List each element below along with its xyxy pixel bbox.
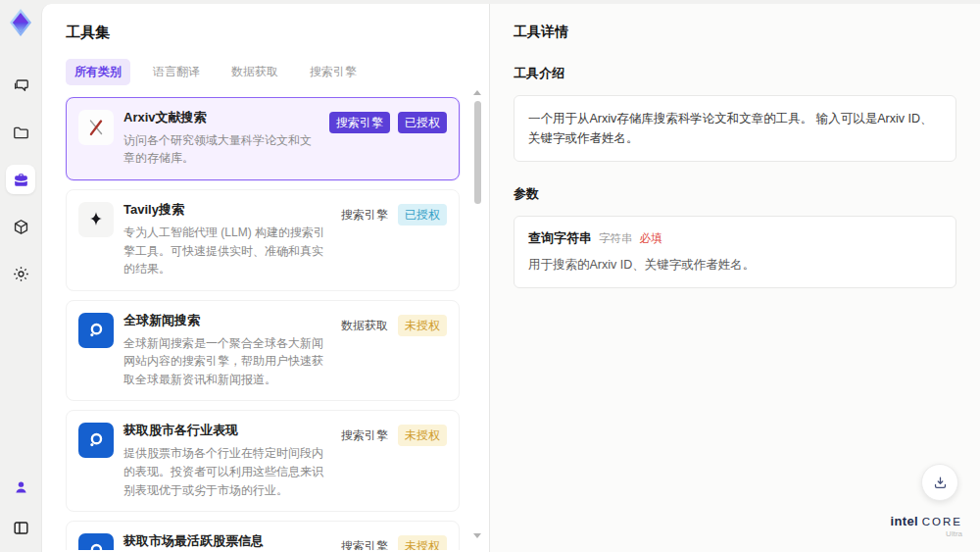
news-search-icon: [78, 313, 114, 348]
tool-card-tavily[interactable]: Tavily搜索 专为人工智能代理 (LLM) 构建的搜索引擎工具。可快速提供实…: [66, 189, 460, 291]
tab-language-translation[interactable]: 语言翻译: [144, 59, 209, 85]
active-stock-icon: [78, 533, 114, 550]
tool-card-stock-sectors[interactable]: 获取股市各行业表现 提供股票市场各个行业在特定时间段内的表现。投资者可以利用这些…: [66, 410, 460, 512]
tool-desc: 全球新闻搜索是一个聚合全球各大新闻网站内容的搜索引擎，帮助用户快速获取全球最新资…: [123, 334, 329, 389]
cube-icon[interactable]: [6, 212, 35, 241]
tavily-icon: [78, 202, 114, 237]
download-icon: [932, 475, 949, 491]
category-badge: 搜索引擎: [339, 425, 390, 446]
tab-search-engine[interactable]: 搜索引擎: [301, 59, 366, 85]
left-rail: [0, 0, 41, 552]
tool-name: 获取市场最活跃股票信息: [123, 533, 329, 550]
app-logo-icon[interactable]: [6, 8, 35, 37]
tool-list: Arxiv文献搜索 访问各个研究领域大量科学论文和文章的存储库。 搜索引擎 已授…: [66, 97, 464, 550]
param-required-flag: 必填: [640, 231, 662, 246]
tool-desc: 提供股票市场各个行业在特定时间段内的表现。投资者可以利用这些信息来识别表现优于或…: [123, 444, 329, 499]
scroll-down-arrow-icon[interactable]: [473, 533, 481, 538]
category-badge: 搜索引擎: [339, 204, 390, 226]
arxiv-icon: [78, 110, 114, 145]
tab-data-fetch[interactable]: 数据获取: [222, 59, 287, 85]
tab-all-categories[interactable]: 所有类别: [66, 59, 130, 85]
tool-detail-panel: 工具详情 工具介绍 一个用于从Arxiv存储库搜索科学论文和文章的工具。 输入可…: [489, 4, 980, 552]
param-desc: 用于搜索的Arxiv ID、关键字或作者姓名。: [528, 256, 942, 275]
param-box: 查询字符串 字符串 必填 用于搜索的Arxiv ID、关键字或作者姓名。: [514, 216, 956, 288]
params-heading: 参数: [514, 185, 956, 203]
panel-toggle-icon[interactable]: [6, 513, 35, 542]
brand-intel: intel: [891, 514, 918, 528]
param-type: 字符串: [599, 231, 633, 246]
tool-desc: 专为人工智能代理 (LLM) 构建的搜索引擎工具。可快速提供实时、准确和真实的结…: [123, 224, 329, 278]
list-scrollbar[interactable]: [472, 90, 482, 538]
chat-icon[interactable]: [6, 71, 35, 100]
folder-icon[interactable]: [6, 118, 35, 147]
detail-title: 工具详情: [514, 24, 956, 41]
category-badge: 搜索引擎: [329, 112, 390, 133]
brand-core: CORE: [922, 516, 962, 527]
tool-card-global-news[interactable]: 全球新闻搜索 全球新闻搜索是一个聚合全球各大新闻网站内容的搜索引擎，帮助用户快速…: [66, 300, 460, 402]
category-badge: 数据获取: [339, 315, 390, 336]
brand-ultra: Ultra: [891, 529, 962, 538]
toolbox-icon[interactable]: [6, 165, 35, 194]
intro-box: 一个用于从Arxiv存储库搜索科学论文和文章的工具。 输入可以是Arxiv ID…: [514, 95, 956, 162]
param-name: 查询字符串: [528, 229, 592, 247]
tool-desc: 访问各个研究领域大量科学论文和文章的存储库。: [123, 131, 319, 168]
auth-badge: 已授权: [398, 204, 447, 226]
category-badge: 搜索引擎: [339, 535, 390, 550]
auth-badge: 未授权: [398, 315, 447, 336]
user-icon[interactable]: [6, 472, 35, 501]
download-button[interactable]: [921, 464, 958, 501]
tool-list-panel: 工具集 所有类别 语言翻译 数据获取 搜索引擎 A: [42, 4, 489, 552]
category-tabs: 所有类别 语言翻译 数据获取 搜索引擎: [66, 59, 464, 85]
tool-card-active-stocks[interactable]: 获取市场最活跃股票信息 提供当天交易量最高的股票列表。投资者可以利用这些信息来识…: [66, 521, 460, 550]
stock-sector-icon: [78, 423, 114, 458]
tool-card-arxiv[interactable]: Arxiv文献搜索 访问各个研究领域大量科学论文和文章的存储库。 搜索引擎 已授…: [66, 97, 460, 180]
scroll-up-arrow-icon[interactable]: [473, 90, 481, 95]
scrollbar-thumb[interactable]: [474, 101, 481, 204]
main-surface: 工具集 所有类别 语言翻译 数据获取 搜索引擎 A: [41, 4, 980, 552]
tool-name: 全球新闻搜索: [123, 313, 329, 329]
tool-name: 获取股市各行业表现: [123, 423, 329, 439]
auth-badge: 已授权: [398, 112, 447, 133]
tool-name: Tavily搜索: [123, 202, 329, 219]
app-window: 工具集 所有类别 语言翻译 数据获取 搜索引擎 A: [0, 0, 980, 552]
intro-heading: 工具介绍: [514, 65, 956, 82]
intel-core-logo: intel CORE Ultra: [891, 514, 962, 538]
auth-badge: 未授权: [398, 535, 447, 550]
settings-icon[interactable]: [6, 259, 35, 288]
auth-badge: 未授权: [398, 425, 447, 446]
page-title: 工具集: [66, 24, 464, 42]
tool-name: Arxiv文献搜索: [123, 110, 319, 126]
